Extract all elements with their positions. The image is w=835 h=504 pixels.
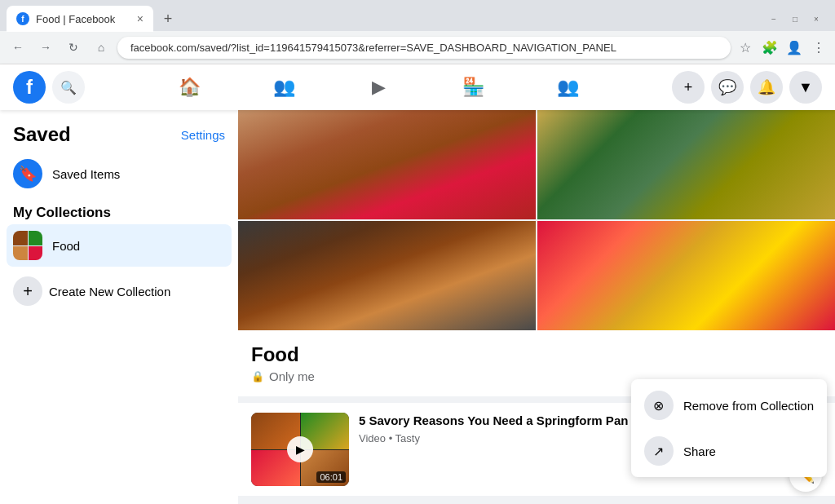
account-menu-button[interactable]: ▼ bbox=[789, 71, 822, 104]
thumb-cell-4 bbox=[29, 246, 43, 261]
nav-groups-button[interactable]: 👥 bbox=[522, 68, 613, 107]
sidebar: Saved Settings 🔖 Saved Items My Collecti… bbox=[0, 110, 238, 504]
thumb-cell-3 bbox=[13, 246, 28, 261]
sidebar-title-row: Saved Settings bbox=[7, 123, 232, 146]
video-thumbnail[interactable]: ▶ 06:01 bbox=[251, 413, 349, 486]
create-collection-label: Create New Collection bbox=[49, 285, 170, 298]
tab-favicon: f bbox=[16, 12, 29, 25]
address-bar-row: ← → ↻ ⌂ ☆ 🧩 👤 ⋮ bbox=[0, 31, 835, 64]
context-menu: ⊗ Remove from Collection ↗ Share bbox=[631, 379, 827, 477]
nav-friends-button[interactable]: 👥 bbox=[238, 68, 329, 107]
profile-icon[interactable]: 👤 bbox=[784, 38, 804, 57]
close-button[interactable]: × bbox=[811, 13, 822, 24]
video-duration: 06:01 bbox=[316, 471, 346, 483]
create-collection-icon: + bbox=[13, 276, 42, 306]
reload-button[interactable]: ↻ bbox=[62, 36, 85, 59]
tab-bar: f Food | Facebook × + − □ × bbox=[0, 0, 835, 31]
share-label: Share bbox=[683, 444, 716, 458]
home-button[interactable]: ⌂ bbox=[90, 36, 113, 59]
content-area: Food 🔒 Only me ▶ 06:01 5 Savory R bbox=[238, 110, 835, 504]
window-controls: − □ × bbox=[768, 13, 828, 24]
main-layout: Saved Settings 🔖 Saved Items My Collecti… bbox=[0, 110, 835, 504]
new-tab-button[interactable]: + bbox=[157, 7, 179, 30]
menu-icon[interactable]: ⋮ bbox=[809, 38, 828, 57]
my-collections-title: My Collections bbox=[7, 198, 232, 224]
privacy-label: Only me bbox=[269, 369, 315, 383]
food-title: Food bbox=[251, 343, 299, 366]
tab-title: Food | Facebook bbox=[36, 13, 115, 25]
facebook-navbar: f 🔍 🏠 👥 ▶ 🏪 👥 + 💬 🔔 ▼ bbox=[0, 64, 835, 110]
food-image-4 bbox=[537, 221, 835, 330]
create-button[interactable]: + bbox=[672, 71, 705, 104]
settings-link[interactable]: Settings bbox=[181, 128, 225, 142]
saved-items-link[interactable]: 🔖 Saved Items bbox=[7, 153, 232, 195]
remove-label: Remove from Collection bbox=[683, 399, 814, 413]
create-collection-button[interactable]: + Create New Collection bbox=[7, 270, 232, 312]
sidebar-title: Saved bbox=[13, 123, 71, 146]
extension-icon[interactable]: 🧩 bbox=[760, 38, 780, 57]
thumb-cell-2 bbox=[29, 231, 43, 245]
lock-icon: 🔒 bbox=[251, 370, 264, 382]
address-input[interactable] bbox=[117, 37, 731, 59]
remove-icon: ⊗ bbox=[644, 391, 674, 420]
food-image-1 bbox=[238, 110, 536, 219]
nav-watch-button[interactable]: ▶ bbox=[333, 68, 424, 107]
food-image-2 bbox=[537, 110, 835, 219]
share-icon: ↗ bbox=[644, 436, 674, 466]
nav-right: + 💬 🔔 ▼ bbox=[672, 71, 822, 104]
notifications-button[interactable]: 🔔 bbox=[750, 71, 783, 104]
active-tab[interactable]: f Food | Facebook × bbox=[7, 6, 153, 32]
forward-button[interactable]: → bbox=[34, 36, 57, 59]
browser-icons: ☆ 🧩 👤 ⋮ bbox=[736, 38, 828, 57]
food-collection-thumbnail bbox=[13, 231, 42, 260]
food-collection-name: Food bbox=[52, 239, 80, 253]
minimize-button[interactable]: − bbox=[768, 13, 780, 24]
thumb-cell-1 bbox=[13, 231, 28, 245]
search-button[interactable]: 🔍 bbox=[52, 71, 85, 104]
maximize-button[interactable]: □ bbox=[789, 13, 801, 24]
nav-center: 🏠 👥 ▶ 🏪 👥 bbox=[144, 68, 613, 107]
remove-from-collection-item[interactable]: ⊗ Remove from Collection bbox=[631, 382, 827, 428]
nav-home-button[interactable]: 🏠 bbox=[144, 68, 235, 107]
back-button[interactable]: ← bbox=[7, 36, 29, 59]
share-item[interactable]: ↗ Share bbox=[631, 428, 827, 474]
tab-close-button[interactable]: × bbox=[137, 12, 144, 25]
facebook-logo[interactable]: f bbox=[13, 71, 46, 104]
messenger-button[interactable]: 💬 bbox=[711, 71, 744, 104]
nav-marketplace-button[interactable]: 🏪 bbox=[427, 68, 519, 107]
bookmark-icon[interactable]: ☆ bbox=[736, 38, 755, 57]
food-image-3 bbox=[238, 221, 536, 330]
pasta-visual bbox=[238, 110, 536, 219]
saved-items-label: Saved Items bbox=[52, 167, 120, 181]
play-button[interactable]: ▶ bbox=[287, 436, 313, 462]
food-images-grid bbox=[238, 110, 835, 330]
food-collection-item[interactable]: Food bbox=[7, 224, 232, 267]
saved-items-icon: 🔖 bbox=[13, 159, 42, 188]
